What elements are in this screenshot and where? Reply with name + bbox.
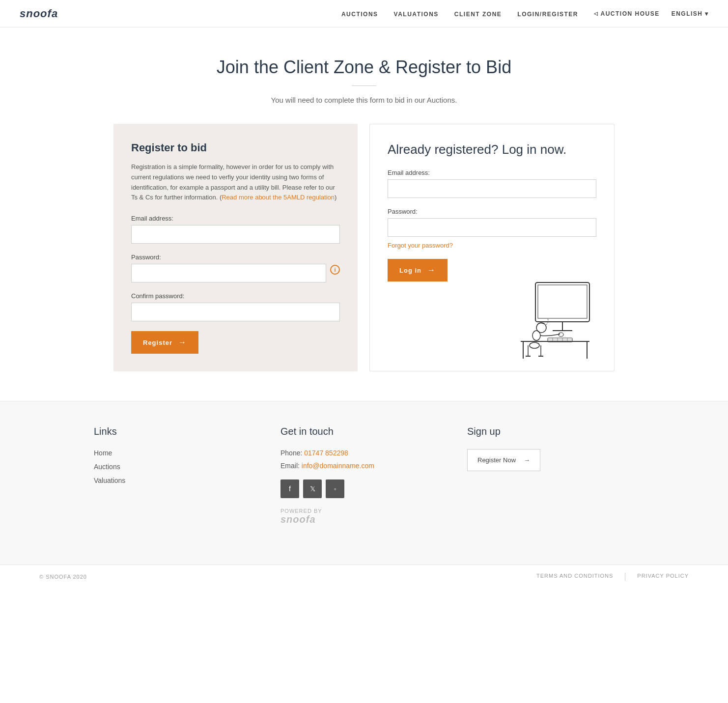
footer-main: Links Home Auctions Valuations Get in to… xyxy=(0,401,728,564)
privacy-link[interactable]: PRIVACY POLICY xyxy=(637,573,689,581)
copyright: © SNOOFA 2020 xyxy=(39,574,87,580)
twitter-icon[interactable]: 𝕏 xyxy=(303,479,322,498)
nav-links: AUCTIONS VALUATIONS CLIENT ZONE LOGIN/RE… xyxy=(341,10,660,18)
forgot-password-link[interactable]: Forgot your password? xyxy=(388,242,596,249)
footer-bottom-divider xyxy=(625,573,625,581)
login-email-label: Email address: xyxy=(388,169,596,176)
register-description: Registration is a simple formality, howe… xyxy=(131,162,340,203)
footer-links-list: Home Auctions Valuations xyxy=(94,449,261,484)
login-password-label: Password: xyxy=(388,208,596,215)
register-email-label: Email address: xyxy=(131,215,340,222)
login-illustration xyxy=(506,273,604,361)
footer-grid: Links Home Auctions Valuations Get in to… xyxy=(94,426,634,525)
register-email-input[interactable] xyxy=(131,225,340,244)
social-icons: f 𝕏 ◦ xyxy=(280,479,448,498)
footer-signup-section: Sign up Register Now → xyxy=(467,426,634,525)
footer-register-now-button[interactable]: Register Now → xyxy=(467,449,540,471)
login-password-group: Password: xyxy=(388,208,596,237)
hero-subtitle: You will need to complete this form to b… xyxy=(10,96,718,104)
login-panel: Already registered? Log in now. Email ad… xyxy=(369,124,615,371)
powered-by-label: Powered by snoofa xyxy=(280,508,448,525)
nav-auctions[interactable]: AUCTIONS xyxy=(341,11,378,18)
footer-contact-title: Get in touch xyxy=(280,426,448,437)
hero-divider xyxy=(352,85,376,86)
regulation-link[interactable]: Read more about the 5AMLD regulation xyxy=(222,194,335,201)
instagram-icon[interactable]: ◦ xyxy=(326,479,344,498)
login-email-input[interactable] xyxy=(388,179,596,198)
page-title: Join the Client Zone & Register to Bid xyxy=(10,57,718,78)
register-button[interactable]: Register → xyxy=(131,331,198,354)
register-password-row: i xyxy=(131,264,340,282)
password-info-icon[interactable]: i xyxy=(330,265,340,275)
register-title: Register to bid xyxy=(131,141,340,154)
terms-link[interactable]: TERMS AND CONDITIONS xyxy=(536,573,613,581)
footer-signup-title: Sign up xyxy=(467,426,634,437)
nav-client-zone[interactable]: CLIENT ZONE xyxy=(454,11,502,18)
hero-section: Join the Client Zone & Register to Bid Y… xyxy=(0,28,728,124)
register-panel: Register to bid Registration is a simple… xyxy=(113,124,358,371)
login-arrow-icon: → xyxy=(427,266,436,275)
language-selector[interactable]: ENGLISH xyxy=(672,10,708,17)
footer-links-title: Links xyxy=(94,426,261,437)
footer-bottom: © SNOOFA 2020 TERMS AND CONDITIONS PRIVA… xyxy=(0,564,728,589)
main-content: Register to bid Registration is a simple… xyxy=(94,124,634,371)
footer-link-auctions[interactable]: Auctions xyxy=(94,463,120,471)
navigation: snoofa AUCTIONS VALUATIONS CLIENT ZONE L… xyxy=(0,0,728,28)
login-password-input[interactable] xyxy=(388,218,596,237)
facebook-icon[interactable]: f xyxy=(280,479,299,498)
register-arrow-icon: → xyxy=(178,338,187,347)
login-title: Already registered? Log in now. xyxy=(388,142,596,157)
logo[interactable]: snoofa xyxy=(20,7,58,20)
footer-phone-line: Phone: 01747 852298 xyxy=(280,449,448,457)
footer-bottom-links: TERMS AND CONDITIONS PRIVACY POLICY xyxy=(536,573,689,581)
login-email-group: Email address: xyxy=(388,169,596,198)
register-confirm-input[interactable] xyxy=(131,303,340,321)
footer-email-line: Email: info@domainname.com xyxy=(280,462,448,470)
register-password-label: Password: xyxy=(131,253,340,261)
footer-register-arrow-icon: → xyxy=(524,456,530,464)
register-email-group: Email address: xyxy=(131,215,340,244)
footer-link-home[interactable]: Home xyxy=(94,449,112,457)
nav-login-register[interactable]: LOGIN/REGISTER xyxy=(517,11,578,18)
footer-contact-section: Get in touch Phone: 01747 852298 Email: … xyxy=(280,426,448,525)
register-confirm-label: Confirm password: xyxy=(131,292,340,300)
svg-point-4 xyxy=(530,342,539,348)
svg-rect-0 xyxy=(535,282,589,322)
register-password-input[interactable] xyxy=(131,264,326,282)
footer-links-section: Links Home Auctions Valuations xyxy=(94,426,261,525)
footer-phone-link[interactable]: 01747 852298 xyxy=(304,449,348,457)
nav-valuations[interactable]: VALUATIONS xyxy=(394,11,439,18)
register-confirm-group: Confirm password: xyxy=(131,292,340,321)
login-button[interactable]: Log in → xyxy=(388,259,448,281)
footer-link-valuations[interactable]: Valuations xyxy=(94,477,125,484)
register-password-group: Password: i xyxy=(131,253,340,282)
svg-rect-1 xyxy=(538,285,587,318)
nav-auction-house[interactable]: AUCTION HOUSE xyxy=(594,10,660,17)
footer-email-link[interactable]: info@domainname.com xyxy=(302,462,374,470)
